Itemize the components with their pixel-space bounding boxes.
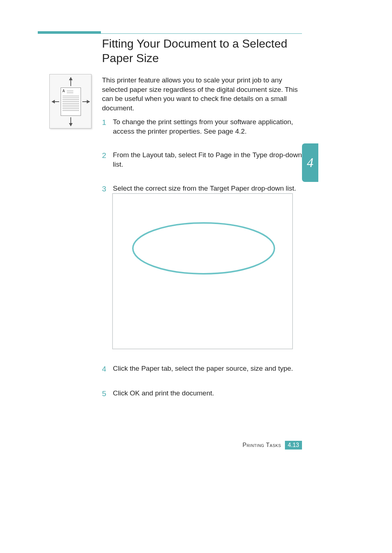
arrow-down-icon <box>70 117 71 126</box>
arrow-up-icon <box>70 77 71 86</box>
step-text: drop-down list. <box>249 184 296 192</box>
step-text: Click <box>113 389 130 397</box>
figure-inner-page: A <box>61 88 81 116</box>
step-body: From the Layout tab, select Fit to Page … <box>113 150 307 169</box>
ui-term-paper: Paper <box>141 365 160 372</box>
steps-list-top: 1 To change the print settings from your… <box>102 117 307 194</box>
arrow-right-icon <box>82 101 90 102</box>
steps-list-bottom: 4 Click the Paper tab, select the paper … <box>102 364 307 414</box>
step-body: Click OK and print the document. <box>113 389 307 399</box>
step-4: 4 Click the Paper tab, select the paper … <box>102 364 307 374</box>
step-3: 3 Select the correct size from the Targe… <box>102 184 307 194</box>
step-body: To change the print settings from your s… <box>113 117 307 136</box>
ui-term-ok: OK <box>130 389 139 397</box>
ui-term-target-paper: Target Paper <box>210 184 249 192</box>
step-1: 1 To change the print settings from your… <box>102 117 307 136</box>
step-text: in the <box>232 151 252 159</box>
step-text: Select the correct size from the <box>113 184 210 192</box>
step-body: Click the Paper tab, select the paper so… <box>113 364 307 374</box>
intro-paragraph: This printer feature allows you to scale… <box>102 76 307 113</box>
header-rule-line <box>38 33 302 34</box>
screenshot-placeholder <box>112 193 293 349</box>
step-text: To change the print settings from your s… <box>113 118 293 135</box>
step-text: and print the document. <box>140 389 214 397</box>
highlight-ellipse-icon <box>113 194 294 350</box>
step-number: 4 <box>102 364 113 374</box>
step-number: 1 <box>102 117 113 136</box>
page-footer: Printing Tasks 4.13 <box>0 441 302 450</box>
ui-term-layout: Layout <box>142 151 163 159</box>
step-text: tab, select <box>163 151 198 159</box>
ui-term-type: Type <box>252 151 267 159</box>
chapter-tab: 4 <box>302 143 318 182</box>
document-page: Fitting Your Document to a Selected Pape… <box>0 0 392 553</box>
fit-to-page-figure: A <box>49 74 91 129</box>
page-title: Fitting Your Document to a Selected Pape… <box>102 36 302 65</box>
svg-point-0 <box>133 223 274 274</box>
footer-section-label: Printing Tasks <box>242 442 281 448</box>
step-number: 2 <box>102 150 113 169</box>
step-number: 5 <box>102 389 113 399</box>
ui-term-fit-to-page: Fit to Page <box>199 151 232 159</box>
step-text: Click the <box>113 365 141 372</box>
figure-label: A <box>62 89 65 93</box>
step-text: tab, select the paper source, size and t… <box>160 365 293 372</box>
step-5: 5 Click OK and print the document. <box>102 389 307 399</box>
step-text: From the <box>113 151 142 159</box>
arrow-left-icon <box>52 101 59 102</box>
step-body: Select the correct size from the Target … <box>113 184 307 194</box>
footer-page-number: 4.13 <box>285 441 302 450</box>
chapter-number: 4 <box>307 155 314 170</box>
step-number: 3 <box>102 184 113 194</box>
step-2: 2 From the Layout tab, select Fit to Pag… <box>102 150 307 169</box>
